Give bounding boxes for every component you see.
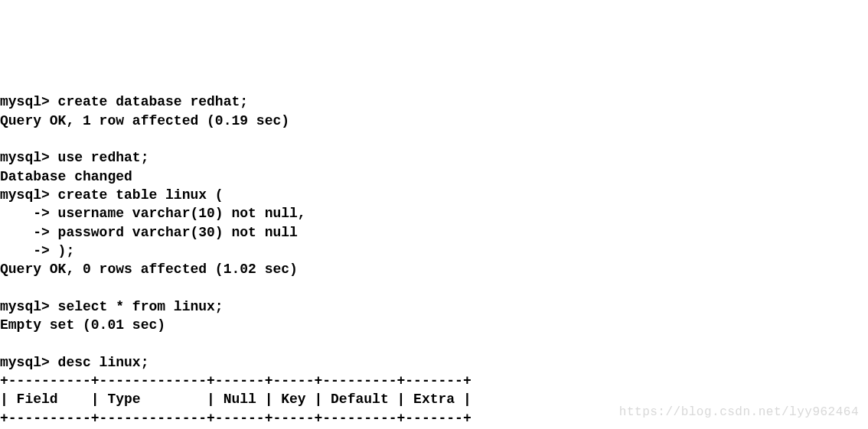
cmd-create-table-1: mysql> create table linux (: [0, 187, 224, 203]
result-database-changed: Database changed: [0, 169, 132, 184]
watermark-text: https://blog.csdn.net/lyy962464: [619, 405, 859, 421]
cmd-select: mysql> select * from linux;: [0, 299, 224, 314]
cmd-desc: mysql> desc linux;: [0, 355, 148, 370]
result-create-table: Query OK, 0 rows affected (1.02 sec): [0, 262, 298, 277]
cmd-use-database: mysql> use redhat;: [0, 150, 148, 165]
cmd-create-database: mysql> create database redhat;: [0, 94, 248, 109]
table-border-top: +----------+-------------+------+-----+-…: [0, 373, 472, 388]
cmd-create-table-3: -> password varchar(30) not null: [0, 225, 298, 240]
cmd-create-table-4: -> );: [0, 243, 74, 258]
cmd-create-table-2: -> username varchar(10) not null,: [0, 206, 306, 221]
table-border-mid: +----------+-------------+------+-----+-…: [0, 411, 472, 426]
terminal-output: mysql> create database redhat; Query OK,…: [0, 74, 868, 429]
result-empty-set: Empty set (0.01 sec): [0, 317, 165, 333]
result-create-database: Query OK, 1 row affected (0.19 sec): [0, 113, 289, 128]
table-header-row: | Field | Type | Null | Key | Default | …: [0, 392, 472, 407]
